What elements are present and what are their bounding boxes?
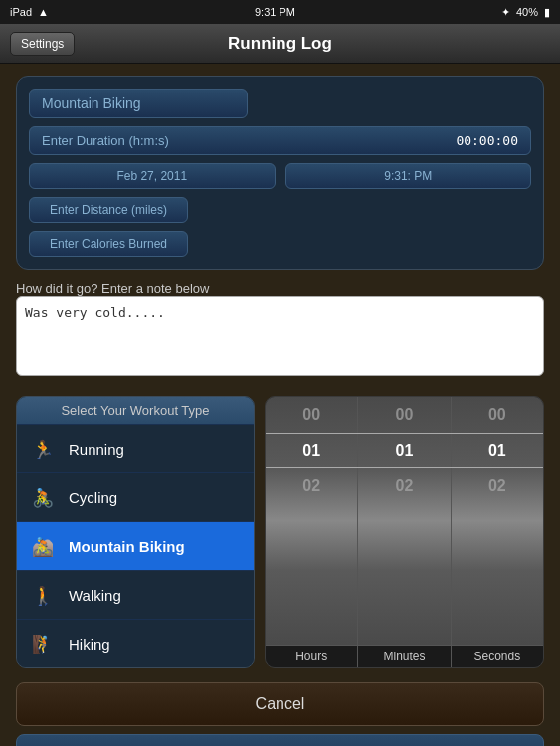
nav-bar: Settings Running Log — [0, 24, 560, 64]
nav-title: Running Log — [228, 34, 332, 54]
note-textarea[interactable] — [16, 296, 544, 376]
date-time-row: Feb 27, 2011 9:31: PM — [29, 163, 531, 189]
seconds-column[interactable]: 00 01 02 — [452, 397, 543, 645]
status-time: 9:31 PM — [255, 6, 295, 18]
status-right: ✦ 40% ▮ — [501, 6, 550, 19]
battery-icon: ▮ — [544, 6, 550, 19]
workout-selector-header: Select Your Workout Type — [17, 397, 254, 425]
workout-item-running[interactable]: Running — [17, 425, 254, 473]
seconds-02: 02 — [452, 468, 543, 504]
top-card: Mountain Biking Enter Duration (h:m:s) 0… — [16, 76, 544, 270]
hours-column[interactable]: 00 01 02 — [266, 397, 358, 645]
workout-type-button[interactable]: Mountain Biking — [29, 89, 248, 118]
duration-value: 00:00:00 — [456, 133, 518, 148]
seconds-label: Seconds — [452, 646, 543, 667]
walk-icon — [27, 579, 59, 611]
main-content: Mountain Biking Enter Duration (h:m:s) 0… — [0, 64, 560, 392]
workout-label-walking: Walking — [69, 587, 121, 604]
workout-item-cycling[interactable]: Cycling — [17, 473, 254, 522]
wifi-icon: ▲ — [38, 6, 49, 18]
time-picker-scroll[interactable]: 00 01 02 00 01 02 00 01 02 — [266, 397, 543, 645]
minutes-01: 01 — [358, 433, 450, 468]
note-label: How did it go? Enter a note below — [16, 281, 544, 296]
battery-value: 40% — [516, 6, 538, 18]
status-left: iPad ▲ — [10, 6, 49, 18]
cycle-icon — [27, 481, 59, 513]
minutes-00: 00 — [358, 397, 450, 433]
run-icon — [27, 433, 59, 465]
mtb-icon — [27, 530, 59, 562]
workout-item-walking[interactable]: Walking — [17, 571, 254, 620]
hours-label: Hours — [266, 646, 358, 667]
bluetooth-icon: ✦ — [501, 6, 510, 19]
time-picker[interactable]: 00 01 02 00 01 02 00 01 02 Hours Minutes… — [265, 396, 544, 668]
cancel-button[interactable]: Cancel — [16, 682, 544, 726]
bottom-buttons: Cancel Add Log Entry — [0, 672, 560, 746]
distance-button[interactable]: Enter Distance (miles) — [29, 197, 188, 223]
hike-icon — [27, 628, 59, 659]
bottom-section: Select Your Workout Type Running Cycling… — [0, 396, 560, 668]
status-ipad: iPad — [10, 6, 32, 18]
time-button[interactable]: 9:31: PM — [285, 163, 532, 189]
workout-label-mountain-biking: Mountain Biking — [69, 538, 185, 555]
note-section: How did it go? Enter a note below — [16, 280, 544, 380]
workout-label-running: Running — [69, 441, 124, 458]
workout-item-mountain-biking[interactable]: Mountain Biking — [17, 522, 254, 571]
minutes-02: 02 — [358, 468, 450, 504]
settings-button[interactable]: Settings — [10, 32, 75, 56]
duration-label: Enter Duration (h:m:s) — [42, 133, 169, 148]
hours-01: 01 — [266, 433, 357, 468]
workout-item-hiking[interactable]: Hiking — [17, 620, 254, 667]
time-labels: Hours Minutes Seconds — [266, 645, 543, 667]
seconds-00: 00 — [452, 397, 543, 433]
status-bar: iPad ▲ 9:31 PM ✦ 40% ▮ — [0, 0, 560, 24]
seconds-01: 01 — [452, 433, 543, 468]
workout-label-cycling: Cycling — [69, 489, 117, 506]
minutes-column[interactable]: 00 01 02 — [358, 397, 451, 645]
duration-row: Enter Duration (h:m:s) 00:00:00 — [29, 126, 531, 155]
hours-00: 00 — [266, 397, 357, 433]
minutes-label: Minutes — [358, 646, 451, 667]
workout-label-hiking: Hiking — [69, 636, 110, 653]
date-button[interactable]: Feb 27, 2011 — [29, 163, 276, 189]
hours-02: 02 — [266, 468, 357, 504]
calories-button[interactable]: Enter Calories Burned — [29, 231, 188, 257]
workout-selector: Select Your Workout Type Running Cycling… — [16, 396, 255, 668]
add-log-button[interactable]: Add Log Entry — [16, 734, 544, 746]
